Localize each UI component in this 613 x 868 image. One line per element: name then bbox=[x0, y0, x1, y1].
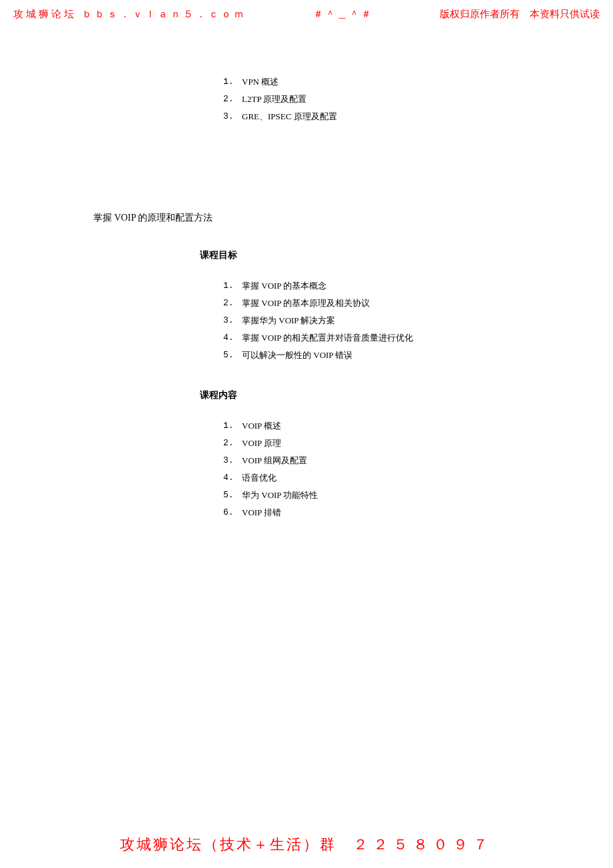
list-item: 2. VOIP 原理 bbox=[223, 435, 613, 452]
list-number: 1. bbox=[223, 73, 242, 91]
list-item: 1. 掌握 VOIP 的基本概念 bbox=[223, 277, 613, 295]
vpn-list: 1. VPN 概述 2. L2TP 原理及配置 3. GRE、IPSEC 原理及… bbox=[223, 73, 613, 125]
list-item: 3. GRE、IPSEC 原理及配置 bbox=[223, 108, 613, 125]
list-item: 3. VOIP 组网及配置 bbox=[223, 452, 613, 469]
list-number: 2. bbox=[223, 295, 242, 312]
list-item: 6. VOIP 排错 bbox=[223, 504, 613, 521]
list-text: 掌握 VOIP 的相关配置并对语音质量进行优化 bbox=[242, 329, 413, 347]
list-number: 1. bbox=[223, 417, 242, 435]
list-number: 3. bbox=[223, 452, 242, 469]
voip-section-title: 掌握 VOIP 的原理和配置方法 bbox=[93, 212, 613, 224]
header-site: 攻城狮论坛 ｂｂｓ．ｖｌａｎ５．ｃｏｍ bbox=[13, 8, 247, 21]
list-text: 可以解决一般性的 VOIP 错误 bbox=[242, 347, 352, 364]
list-item: 2. 掌握 VOIP 的基本原理及相关协议 bbox=[223, 295, 613, 312]
list-text: VOIP 原理 bbox=[242, 435, 281, 452]
list-number: 5. bbox=[223, 347, 242, 364]
list-item: 1. VPN 概述 bbox=[223, 73, 613, 91]
list-number: 1. bbox=[223, 277, 242, 295]
content-heading: 课程内容 bbox=[200, 389, 613, 401]
list-number: 6. bbox=[223, 504, 242, 521]
list-item: 3. 掌握华为 VOIP 解决方案 bbox=[223, 312, 613, 329]
list-number: 2. bbox=[223, 435, 242, 452]
list-item: 5. 华为 VOIP 功能特性 bbox=[223, 487, 613, 504]
page-content: 1. VPN 概述 2. L2TP 原理及配置 3. GRE、IPSEC 原理及… bbox=[0, 73, 613, 521]
list-number: 5. bbox=[223, 487, 242, 504]
list-item: 2. L2TP 原理及配置 bbox=[223, 91, 613, 108]
list-item: 1. VOIP 概述 bbox=[223, 417, 613, 435]
header-copyright: 版权归原作者所有 本资料只供试读 bbox=[440, 8, 600, 21]
list-item: 4. 掌握 VOIP 的相关配置并对语音质量进行优化 bbox=[223, 329, 613, 347]
list-item: 4. 语音优化 bbox=[223, 469, 613, 487]
list-text: VPN 概述 bbox=[242, 73, 279, 91]
page-header: 攻城狮论坛 ｂｂｓ．ｖｌａｎ５．ｃｏｍ ＃＾＿＾＃ 版权归原作者所有 本资料只供… bbox=[0, 8, 613, 21]
header-emoticon: ＃＾＿＾＃ bbox=[313, 8, 373, 21]
list-number: 2. bbox=[223, 91, 242, 108]
footer-group-number: ２２５８０９７ bbox=[353, 836, 493, 853]
content-list: 1. VOIP 概述 2. VOIP 原理 3. VOIP 组网及配置 4. 语… bbox=[223, 417, 613, 521]
list-text: 语音优化 bbox=[242, 469, 277, 487]
list-number: 3. bbox=[223, 108, 242, 125]
list-text: 华为 VOIP 功能特性 bbox=[242, 487, 318, 504]
goals-list: 1. 掌握 VOIP 的基本概念 2. 掌握 VOIP 的基本原理及相关协议 3… bbox=[223, 277, 613, 364]
list-item: 5. 可以解决一般性的 VOIP 错误 bbox=[223, 347, 613, 364]
list-text: VOIP 概述 bbox=[242, 417, 281, 435]
list-text: GRE、IPSEC 原理及配置 bbox=[242, 108, 337, 125]
page-footer: 攻城狮论坛（技术＋生活）群 ２２５８０９７ bbox=[0, 835, 613, 855]
goals-heading: 课程目标 bbox=[200, 249, 613, 261]
list-text: VOIP 组网及配置 bbox=[242, 452, 307, 469]
list-text: 掌握 VOIP 的基本原理及相关协议 bbox=[242, 295, 370, 312]
list-number: 4. bbox=[223, 469, 242, 487]
list-text: 掌握华为 VOIP 解决方案 bbox=[242, 312, 335, 329]
list-text: 掌握 VOIP 的基本概念 bbox=[242, 277, 326, 295]
list-number: 3. bbox=[223, 312, 242, 329]
footer-text: 攻城狮论坛（技术＋生活）群 bbox=[120, 836, 353, 853]
list-text: VOIP 排错 bbox=[242, 504, 281, 521]
list-number: 4. bbox=[223, 329, 242, 347]
list-text: L2TP 原理及配置 bbox=[242, 91, 306, 108]
